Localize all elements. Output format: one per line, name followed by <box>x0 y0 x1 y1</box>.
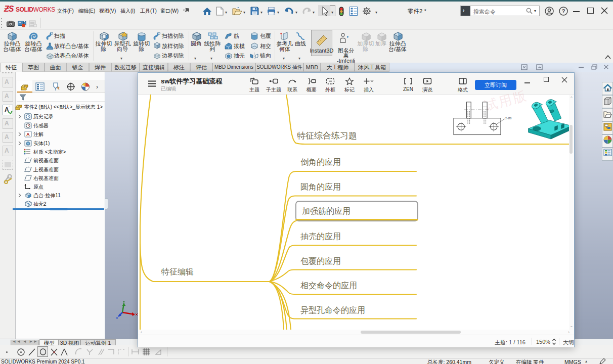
svg-text:2-Ø8: 2-Ø8 <box>505 117 511 120</box>
svg-text:A: A <box>26 131 30 137</box>
svg-text:?: ? <box>562 8 565 14</box>
